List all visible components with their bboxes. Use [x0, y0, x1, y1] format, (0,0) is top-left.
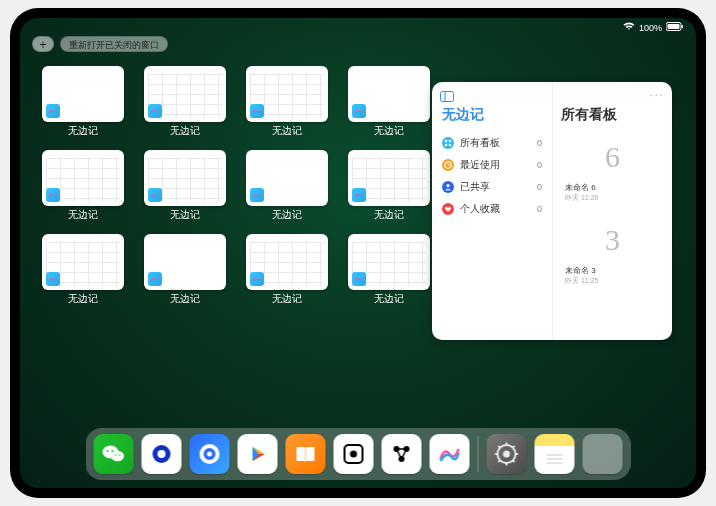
- window-thumbnail[interactable]: 无边记: [348, 66, 430, 138]
- window-preview: [144, 66, 226, 122]
- board-thumbnail: 6: [565, 134, 660, 180]
- dock-app-wechat[interactable]: [94, 434, 134, 474]
- freeform-app-icon: [148, 104, 162, 118]
- sidebar-item-count: 0: [537, 182, 542, 192]
- svg-point-10: [446, 184, 449, 187]
- sidebar-item-count: 0: [537, 204, 542, 214]
- dock-app-nodes[interactable]: [382, 434, 422, 474]
- sidebar-item-person[interactable]: 已共享 0: [442, 176, 546, 198]
- window-label: 无边记: [68, 292, 98, 306]
- panel-app-title: 无边记: [442, 106, 546, 124]
- svg-point-21: [207, 452, 212, 457]
- window-thumbnail[interactable]: 无边记: [144, 234, 226, 306]
- freeform-app-icon: [46, 272, 60, 286]
- svg-rect-7: [445, 144, 447, 146]
- board-card[interactable]: 3 未命名 3 昨天 11:25: [561, 213, 664, 290]
- dock-app-books[interactable]: [286, 434, 326, 474]
- window-label: 无边记: [272, 208, 302, 222]
- sidebar-item-label: 最近使用: [460, 158, 500, 172]
- svg-point-14: [112, 450, 114, 452]
- svg-rect-3: [441, 92, 454, 102]
- window-preview: [246, 234, 328, 290]
- svg-rect-8: [449, 144, 451, 146]
- app-switcher-grid: 无边记 无边记 无边记 无边记 无边记 无边记 无边记 无边记: [42, 66, 406, 306]
- window-thumbnail[interactable]: 无边记: [246, 234, 328, 306]
- battery-icon: [666, 22, 684, 33]
- dock-app-quark[interactable]: [142, 434, 182, 474]
- window-preview: [144, 234, 226, 290]
- window-label: 无边记: [170, 292, 200, 306]
- svg-line-34: [498, 446, 500, 448]
- sidebar-toggle-icon[interactable]: [440, 88, 454, 106]
- dock-app-settings[interactable]: [487, 434, 527, 474]
- svg-rect-5: [445, 140, 447, 142]
- panel-more-icon[interactable]: ···: [649, 86, 664, 102]
- window-thumbnail[interactable]: 无边记: [42, 66, 124, 138]
- top-bar: + 重新打开已关闭的窗口: [32, 36, 168, 52]
- window-label: 无边记: [68, 124, 98, 138]
- dock-app-browser[interactable]: [190, 434, 230, 474]
- sidebar-item-label: 个人收藏: [460, 202, 500, 216]
- sidebar-item-heart[interactable]: 个人收藏 0: [442, 198, 546, 220]
- window-thumbnail[interactable]: 无边记: [348, 150, 430, 222]
- svg-point-23: [350, 451, 357, 458]
- window-thumbnail[interactable]: 无边记: [144, 66, 226, 138]
- window-label: 无边记: [374, 208, 404, 222]
- dock: [86, 428, 631, 480]
- panel-sidebar: 无边记 所有看板 0 最近使用 0 已共享 0 个人收藏 0: [432, 82, 552, 340]
- dock-app-game[interactable]: [334, 434, 374, 474]
- dock-app-play[interactable]: [238, 434, 278, 474]
- window-preview: [246, 66, 328, 122]
- sidebar-item-label: 所有看板: [460, 136, 500, 150]
- window-label: 无边记: [374, 124, 404, 138]
- wifi-icon: [623, 22, 635, 33]
- grid-icon: [442, 137, 454, 149]
- heart-icon: [442, 203, 454, 215]
- reopen-closed-window-button[interactable]: 重新打开已关闭的窗口: [60, 36, 168, 52]
- board-thumbnail: 3: [565, 217, 660, 263]
- svg-line-30: [513, 460, 515, 462]
- screen: 100% + 重新打开已关闭的窗口 无边记 无边记 无边记 无边记 无边记: [20, 18, 696, 488]
- sidebar-item-label: 已共享: [460, 180, 490, 194]
- window-preview: [348, 150, 430, 206]
- freeform-app-icon: [148, 272, 162, 286]
- window-thumbnail[interactable]: 无边记: [42, 234, 124, 306]
- dock-app-notes[interactable]: [535, 434, 575, 474]
- new-window-button[interactable]: +: [32, 36, 54, 52]
- window-label: 无边记: [272, 292, 302, 306]
- svg-rect-6: [449, 140, 451, 142]
- freeform-app-icon: [250, 104, 264, 118]
- panel-content-title: 所有看板: [561, 106, 664, 124]
- panel-content: 所有看板 6 未命名 6 昨天 11:26 3 未命名 3 昨天 11:25: [552, 82, 672, 340]
- board-name: 未命名 6: [565, 182, 660, 193]
- window-label: 无边记: [68, 208, 98, 222]
- freeform-app-icon: [352, 272, 366, 286]
- svg-point-12: [111, 451, 124, 461]
- window-thumbnail[interactable]: 无边记: [246, 150, 328, 222]
- window-thumbnail[interactable]: 无边记: [144, 150, 226, 222]
- svg-point-28: [503, 451, 510, 458]
- freeform-app-icon: [148, 188, 162, 202]
- dock-app-freeform[interactable]: [430, 434, 470, 474]
- board-name: 未命名 3: [565, 265, 660, 276]
- window-label: 无边记: [272, 124, 302, 138]
- freeform-panel[interactable]: ··· 无边记 所有看板 0 最近使用 0 已共享 0 个人收藏 0 所有看板 …: [432, 82, 672, 340]
- window-preview: [144, 150, 226, 206]
- clock-icon: [442, 159, 454, 171]
- board-card[interactable]: 6 未命名 6 昨天 11:26: [561, 130, 664, 207]
- window-thumbnail[interactable]: 无边记: [348, 234, 430, 306]
- person-icon: [442, 181, 454, 193]
- battery-text: 100%: [639, 23, 662, 33]
- sidebar-item-count: 0: [537, 160, 542, 170]
- dock-separator: [478, 436, 479, 472]
- svg-point-18: [158, 450, 166, 458]
- window-thumbnail[interactable]: 无边记: [42, 150, 124, 222]
- sidebar-item-clock[interactable]: 最近使用 0: [442, 154, 546, 176]
- freeform-app-icon: [46, 104, 60, 118]
- window-preview: [42, 66, 124, 122]
- recent-folder[interactable]: [583, 434, 623, 474]
- window-label: 无边记: [374, 292, 404, 306]
- freeform-app-icon: [352, 104, 366, 118]
- window-thumbnail[interactable]: 无边记: [246, 66, 328, 138]
- sidebar-item-grid[interactable]: 所有看板 0: [442, 132, 546, 154]
